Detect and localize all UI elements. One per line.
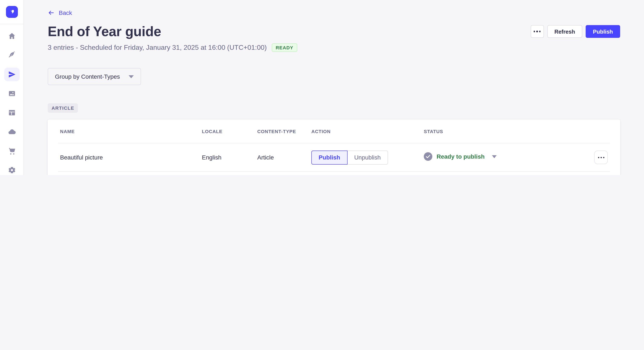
strapi-release-page: KD Back End of Year guide 3 entries - Sc… [0,0,644,175]
strapi-logo[interactable] [6,6,18,18]
home-icon [8,32,16,40]
refresh-button[interactable]: Refresh [547,25,582,38]
column-header-locale: LOCALE [202,129,257,134]
status-badge: READY [272,43,297,52]
sidebar-item-deploy[interactable] [4,125,20,139]
unpublish-toggle-button[interactable]: Unpublish [347,150,388,164]
entry-status-label: Ready to publish [436,153,485,160]
publish-toggle-button[interactable]: Publish [311,150,347,164]
gear-icon [8,166,16,174]
group-by-label: Group by Content-Types [55,73,120,80]
more-horizontal-icon [534,31,541,32]
column-header-content-type: CONTENT-TYPE [257,129,311,134]
sidebar-nav [4,29,20,175]
images-icon [8,89,16,98]
column-header-name: NAME [60,129,202,134]
more-options-button[interactable] [530,25,544,38]
arrow-left-icon [48,9,54,16]
chevron-down-icon [129,75,134,78]
title-block: End of Year guide 3 entries - Scheduled … [48,23,297,52]
sidebar-item-marketplace[interactable] [4,144,20,158]
strapi-logo-icon [8,8,15,15]
header-actions: Refresh Publish [530,25,620,38]
entry-locale: English [202,154,257,161]
publish-release-button[interactable]: Publish [586,25,620,38]
feather-icon [8,51,16,59]
entry-name: Beautiful picture [60,154,202,161]
group-section: ARTICLE [48,103,620,113]
back-link[interactable]: Back [48,9,72,16]
entry-content-type: Article [257,154,311,161]
sidebar-item-releases[interactable] [4,68,20,81]
table-row: Beautiful picture English Article Publis… [58,143,610,172]
layout-icon [8,108,16,117]
check-circle-icon [424,152,432,161]
page-header: End of Year guide 3 entries - Scheduled … [48,23,620,52]
caret-down-icon [492,155,497,158]
sidebar-item-content-type-builder[interactable] [4,106,20,120]
table-row: A bug is becoming a meme on the internet… [58,172,610,175]
group-by-select[interactable]: Group by Content-Types [48,68,141,85]
sidebar-divider [0,24,24,24]
entry-status-dropdown[interactable]: Ready to publish [424,152,497,161]
cart-icon [8,147,16,155]
content-type-group-badge: ARTICLE [48,103,78,113]
sidebar-item-content-manager[interactable] [4,48,20,62]
page-title: End of Year guide [48,23,297,40]
more-horizontal-icon [598,157,604,158]
sidebar: KD [0,0,24,175]
back-label: Back [59,9,72,16]
page-subtitle: 3 entries - Scheduled for Friday, Januar… [48,44,267,51]
row-more-options-button[interactable] [594,151,608,164]
column-header-action: ACTION [311,129,424,134]
entries-table-card: NAME LOCALE CONTENT-TYPE ACTION STATUS B… [48,120,620,175]
table-header-row: NAME LOCALE CONTENT-TYPE ACTION STATUS [58,120,610,143]
main-content: Back End of Year guide 3 entries - Sched… [24,0,644,175]
back-row: Back [48,9,620,18]
cloud-icon [8,128,16,136]
paper-plane-icon [8,70,16,79]
toolbar: Group by Content-Types [48,68,620,85]
sidebar-item-settings[interactable] [4,163,20,175]
column-header-status: STATUS [424,129,594,134]
subtitle-row: 3 entries - Scheduled for Friday, Januar… [48,43,297,52]
action-toggle-group: Publish Unpublish [311,150,388,164]
sidebar-item-home[interactable] [4,29,20,43]
sidebar-item-media-library[interactable] [4,87,20,100]
